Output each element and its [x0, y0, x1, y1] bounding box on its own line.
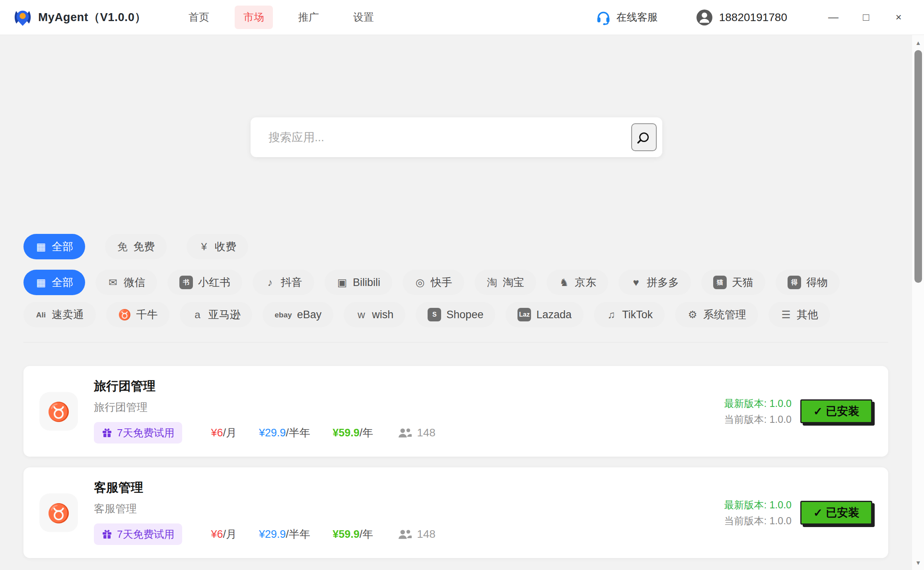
- all-apps-icon: ▦: [35, 241, 47, 252]
- paid-icon: ¥: [198, 241, 210, 252]
- price-period: /半年: [286, 427, 311, 439]
- installed-button[interactable]: ✓ 已安装: [800, 399, 872, 423]
- current-version: 当前版本: 1.0.0: [724, 513, 792, 529]
- price-filter-row: ▦ 全部 免 免费 ¥ 收费: [23, 234, 248, 259]
- installed-button[interactable]: ✓ 已安装: [800, 501, 872, 525]
- platform-pill[interactable]: 书 小红书: [167, 270, 242, 295]
- platform-pill-label: Shopee: [446, 309, 483, 321]
- price-amount: ¥59.9: [333, 528, 360, 540]
- price-list: ¥6/月¥29.9/半年¥59.9/年: [211, 527, 373, 541]
- app-card-subtitle: 旅行团管理: [94, 400, 148, 414]
- section-divider: [23, 342, 888, 342]
- price: ¥6/月: [211, 426, 237, 440]
- online-support-button[interactable]: 在线客服: [596, 10, 658, 25]
- platform-pill-label: 微信: [124, 275, 145, 290]
- app-card[interactable]: ♉ 客服管理 客服管理 7天免费试用: [23, 467, 888, 558]
- search-bar: [251, 117, 662, 157]
- filter-pill[interactable]: ▦ 全部: [23, 234, 85, 259]
- scrollbar-thumb[interactable]: [914, 50, 922, 283]
- platform-pill[interactable]: Ali 速卖通: [23, 302, 96, 327]
- filter-pill[interactable]: 免 免费: [105, 234, 167, 259]
- search-input[interactable]: [251, 117, 662, 157]
- platform-pill-label: 速卖通: [52, 307, 84, 322]
- nav-item[interactable]: 设置: [344, 6, 383, 29]
- price-period: /年: [360, 528, 373, 540]
- nav-item[interactable]: 推广: [290, 6, 328, 29]
- platform-pill-label: 其他: [797, 307, 818, 322]
- price: ¥29.9/半年: [259, 426, 310, 440]
- nav-item-label: 市场: [243, 11, 264, 23]
- account[interactable]: 18820191780: [696, 9, 787, 26]
- nav-item-label: 设置: [353, 11, 374, 23]
- shopee-bag-icon: S: [428, 308, 441, 321]
- platform-pill-label: 拼多多: [647, 275, 679, 290]
- app-logo-icon: [14, 8, 32, 27]
- minimize-button[interactable]: —: [822, 6, 844, 29]
- platform-pill[interactable]: Laz Lazada: [506, 302, 584, 327]
- platform-pill[interactable]: ☰ 其他: [768, 302, 830, 327]
- version-info: 最新版本: 1.0.0 当前版本: 1.0.0: [724, 395, 792, 427]
- taobao-icon: 淘: [486, 277, 498, 288]
- price-period: /月: [223, 427, 237, 439]
- free-icon: 免: [117, 241, 128, 252]
- platform-pill-label: 系统管理: [703, 307, 746, 322]
- app-card-title: 客服管理: [94, 479, 143, 496]
- trial-badge-label: 7天免费试用: [117, 426, 174, 440]
- platform-pill[interactable]: 淘 淘宝: [475, 270, 536, 295]
- filter-pill[interactable]: ¥ 收费: [187, 234, 248, 259]
- user-count: 148: [398, 528, 436, 541]
- jd-dog-icon: ♞: [558, 277, 570, 288]
- platform-pill[interactable]: ▦ 全部: [23, 270, 85, 295]
- gift-icon: [102, 428, 112, 438]
- filter-pill-label: 免费: [133, 239, 155, 254]
- close-button[interactable]: ×: [887, 6, 910, 29]
- scroll-down-icon[interactable]: ▼: [912, 556, 924, 568]
- nav-item[interactable]: 市场: [235, 6, 273, 29]
- title-bar: MyAgent（V1.0.0） 首页 市场 推广 设置: [0, 0, 924, 35]
- price: ¥6/月: [211, 527, 237, 541]
- qianniu-bull-icon: ♉: [39, 392, 78, 431]
- app-title: MyAgent（V1.0.0）: [38, 10, 146, 25]
- platform-pill-label: 京东: [575, 275, 596, 290]
- brand: MyAgent（V1.0.0）: [0, 8, 146, 27]
- nav-item[interactable]: 首页: [180, 6, 218, 29]
- platform-pill[interactable]: S Shopee: [416, 302, 495, 327]
- platform-filter-row-2: Ali 速卖通 ♉ 千牛 a 亚马逊 ebay eBay w wish S Sh…: [23, 302, 830, 327]
- main-nav: 首页 市场 推广 设置: [180, 6, 383, 29]
- price-amount: ¥29.9: [259, 427, 286, 439]
- platform-pill-label: 天猫: [732, 275, 753, 290]
- aliexpress-icon: Ali: [35, 311, 47, 319]
- platform-pill[interactable]: ✉ 微信: [95, 270, 157, 295]
- platform-pill-label: 得物: [806, 275, 828, 290]
- platform-pill[interactable]: ▣ Bilibili: [325, 270, 392, 295]
- filter-pill-label: 收费: [215, 239, 236, 254]
- platform-pill[interactable]: 猫 天猫: [701, 270, 765, 295]
- headset-icon: [596, 10, 611, 25]
- platform-pill[interactable]: ♪ 抖音: [253, 270, 314, 295]
- price-amount: ¥59.9: [333, 427, 360, 439]
- account-phone: 18820191780: [719, 11, 787, 24]
- price: ¥59.9/年: [333, 426, 373, 440]
- platform-pill[interactable]: 得 得物: [776, 270, 840, 295]
- price-list: ¥6/月¥29.9/半年¥59.9/年: [211, 426, 373, 440]
- filter-pill-label: 全部: [52, 239, 73, 254]
- platform-pill[interactable]: ♥ 拼多多: [619, 270, 691, 295]
- platform-pill[interactable]: a 亚马逊: [180, 302, 252, 327]
- platform-pill[interactable]: w wish: [344, 302, 405, 327]
- maximize-button[interactable]: □: [855, 6, 877, 29]
- platform-pill-label: 抖音: [281, 275, 302, 290]
- platform-pill[interactable]: ♞ 京东: [547, 270, 608, 295]
- version-info: 最新版本: 1.0.0 当前版本: 1.0.0: [724, 497, 792, 529]
- platform-pill[interactable]: ebay eBay: [263, 302, 333, 327]
- platform-pill[interactable]: ◎ 快手: [403, 270, 464, 295]
- platform-filter-row-1: ▦ 全部 ✉ 微信 书 小红书 ♪ 抖音 ▣ Bilibili ◎ 快手: [23, 270, 840, 295]
- platform-pill-label: wish: [372, 309, 393, 321]
- platform-pill[interactable]: ⚙ 系统管理: [675, 302, 758, 327]
- app-card[interactable]: ♉ 旅行团管理 旅行团管理 7天免费试用: [23, 366, 888, 457]
- nav-item-label: 推广: [298, 11, 319, 23]
- search-button[interactable]: [631, 123, 657, 151]
- platform-pill[interactable]: ♫ TikTok: [594, 302, 665, 327]
- scroll-up-icon[interactable]: ▲: [912, 37, 924, 49]
- platform-pill-label: 快手: [431, 275, 452, 290]
- platform-pill[interactable]: ♉ 千牛: [106, 302, 169, 327]
